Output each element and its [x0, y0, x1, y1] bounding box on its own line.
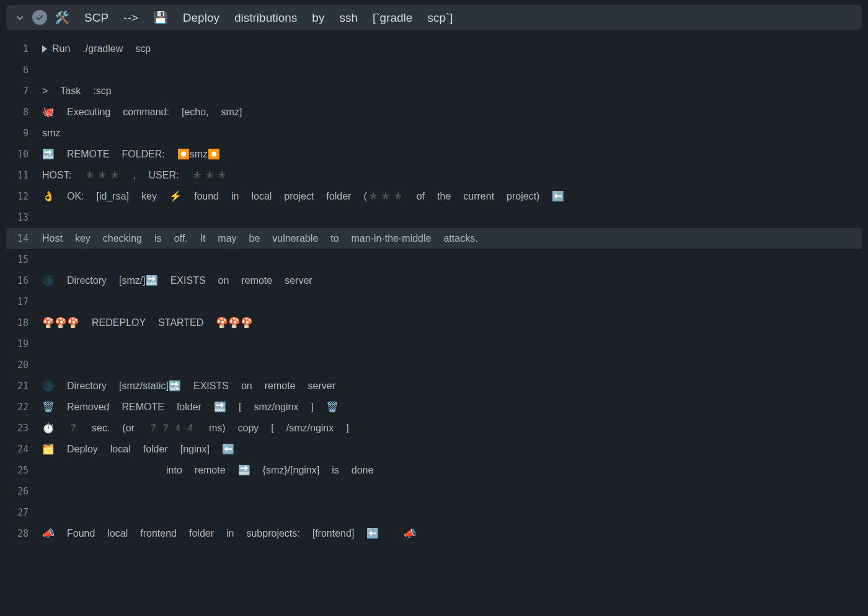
line-text: 📣 Found local frontend folder in subproj…: [42, 523, 416, 544]
log-line[interactable]: 22🗑️ Removed REMOTE folder 🔜 [ smz/nginx…: [6, 397, 862, 418]
log-line[interactable]: 23⏱️ 7 sec. (or 7744 ms) copy [ /smz/ngi…: [6, 418, 862, 439]
step-header[interactable]: 🛠️ SCP --> 💾 Deploy distributions by ssh…: [6, 5, 862, 30]
line-text: Host key checking is off. It may be vuln…: [42, 228, 478, 249]
line-text: Run ./gradlew scp: [52, 38, 151, 59]
line-text: 🗑️ Removed REMOTE folder 🔜 [ smz/nginx ]…: [42, 397, 339, 418]
line-content: 🍄🍄🍄 REDEPLOY STARTED 🍄🍄🍄: [42, 312, 253, 333]
log-line[interactable]: 9smz: [6, 123, 862, 144]
line-text: > Task :scp: [42, 81, 112, 102]
line-number[interactable]: 12: [6, 186, 42, 207]
log-line[interactable]: 11HOST: *** , USER: ***: [6, 165, 862, 186]
line-content: smz: [42, 123, 60, 144]
line-text: ⏱️ 7 sec. (or 7744 ms) copy [ /smz/nginx…: [42, 418, 349, 439]
chevron-down-icon[interactable]: [15, 12, 25, 22]
log-line[interactable]: 24🗂️ Deploy local folder [nginx] ⬅️: [6, 439, 862, 460]
log-line[interactable]: 18🍄🍄🍄 REDEPLOY STARTED 🍄🍄🍄: [6, 312, 862, 333]
line-number[interactable]: 7: [6, 81, 42, 102]
log-line[interactable]: 12👌 OK: [id_rsa] key ⚡ found in local pr…: [6, 186, 862, 207]
line-text: 🔜 REMOTE FOLDER: ⏺smz⏺: [42, 144, 220, 165]
line-content: 📣 Found local frontend folder in subproj…: [42, 523, 416, 544]
log-line[interactable]: 16🌑 Directory [smz/]🔜 EXISTS on remote s…: [6, 270, 862, 291]
line-number[interactable]: 24: [6, 439, 42, 460]
log-output: 1Run ./gradlew scp67> Task :scp8🐙 Execut…: [0, 38, 868, 550]
line-number[interactable]: 28: [6, 523, 42, 544]
line-text: 👌 OK: [id_rsa] key ⚡ found in local proj…: [42, 186, 564, 207]
line-number[interactable]: 18: [6, 312, 42, 333]
log-line[interactable]: 19: [6, 333, 862, 354]
line-number[interactable]: 14: [6, 228, 42, 249]
caret-right-icon[interactable]: [42, 45, 47, 53]
log-line[interactable]: 8🐙 Executing command: [echo, smz]: [6, 102, 862, 123]
status-success-icon: [32, 10, 47, 25]
line-text: 🍄🍄🍄 REDEPLOY STARTED 🍄🍄🍄: [42, 312, 253, 333]
line-text: HOST: *** , USER: ***: [42, 165, 228, 186]
line-number[interactable]: 10: [6, 144, 42, 165]
line-number[interactable]: 26: [6, 481, 42, 502]
line-number[interactable]: 13: [6, 207, 42, 228]
log-line[interactable]: 17: [6, 291, 862, 312]
line-number[interactable]: 25: [6, 460, 42, 481]
line-content: into remote 🔜 {smz}/[nginx] is done: [42, 460, 373, 481]
line-number[interactable]: 15: [6, 249, 42, 270]
log-line[interactable]: 26: [6, 481, 862, 502]
line-content: 🌑 Directory [smz/]🔜 EXISTS on remote ser…: [42, 270, 312, 291]
log-line[interactable]: 20: [6, 354, 862, 376]
line-content: Host key checking is off. It may be vuln…: [42, 228, 478, 249]
line-content: HOST: *** , USER: ***: [42, 165, 228, 186]
line-content: 🐙 Executing command: [echo, smz]: [42, 102, 242, 123]
line-number[interactable]: 20: [6, 354, 42, 376]
line-number[interactable]: 23: [6, 418, 42, 439]
log-line[interactable]: 10🔜 REMOTE FOLDER: ⏺smz⏺: [6, 144, 862, 165]
log-line[interactable]: 15: [6, 249, 862, 270]
line-number[interactable]: 11: [6, 165, 42, 186]
log-line[interactable]: 13: [6, 207, 862, 228]
line-content: 🔜 REMOTE FOLDER: ⏺smz⏺: [42, 144, 220, 165]
line-content: 🌑 Directory [smz/static]🔜 EXISTS on remo…: [42, 376, 335, 397]
log-line[interactable]: 6: [6, 59, 862, 81]
line-text: into remote 🔜 {smz}/[nginx] is done: [42, 460, 373, 481]
line-number[interactable]: 6: [6, 59, 42, 81]
log-line[interactable]: 21🌑 Directory [smz/static]🔜 EXISTS on re…: [6, 376, 862, 397]
line-content: ⏱️ 7 sec. (or 7744 ms) copy [ /smz/nginx…: [42, 418, 349, 439]
log-line[interactable]: 14Host key checking is off. It may be vu…: [6, 228, 862, 249]
line-number[interactable]: 27: [6, 502, 42, 523]
log-line[interactable]: 27: [6, 502, 862, 523]
line-text: 🐙 Executing command: [echo, smz]: [42, 102, 242, 123]
line-number[interactable]: 8: [6, 102, 42, 123]
line-content: 👌 OK: [id_rsa] key ⚡ found in local proj…: [42, 186, 564, 207]
log-line[interactable]: 25 into remote 🔜 {smz}/[nginx] is done: [6, 460, 862, 481]
line-number[interactable]: 19: [6, 333, 42, 354]
line-content: > Task :scp: [42, 81, 112, 102]
log-line[interactable]: 28📣 Found local frontend folder in subpr…: [6, 523, 862, 544]
line-text: 🌑 Directory [smz/static]🔜 EXISTS on remo…: [42, 376, 335, 397]
line-text: smz: [42, 123, 60, 144]
log-line[interactable]: 1Run ./gradlew scp: [6, 38, 862, 59]
line-number[interactable]: 16: [6, 270, 42, 291]
step-title: 🛠️ SCP --> 💾 Deploy distributions by ssh…: [55, 11, 453, 25]
line-number[interactable]: 17: [6, 291, 42, 312]
line-text: 🌑 Directory [smz/]🔜 EXISTS on remote ser…: [42, 270, 312, 291]
line-number[interactable]: 21: [6, 376, 42, 397]
line-content: 🗂️ Deploy local folder [nginx] ⬅️: [42, 439, 234, 460]
line-number[interactable]: 9: [6, 123, 42, 144]
line-number[interactable]: 1: [6, 38, 42, 59]
line-content: 🗑️ Removed REMOTE folder 🔜 [ smz/nginx ]…: [42, 397, 339, 418]
line-content: Run ./gradlew scp: [42, 38, 151, 59]
log-line[interactable]: 7> Task :scp: [6, 81, 862, 102]
line-number[interactable]: 22: [6, 397, 42, 418]
line-text: 🗂️ Deploy local folder [nginx] ⬅️: [42, 439, 234, 460]
